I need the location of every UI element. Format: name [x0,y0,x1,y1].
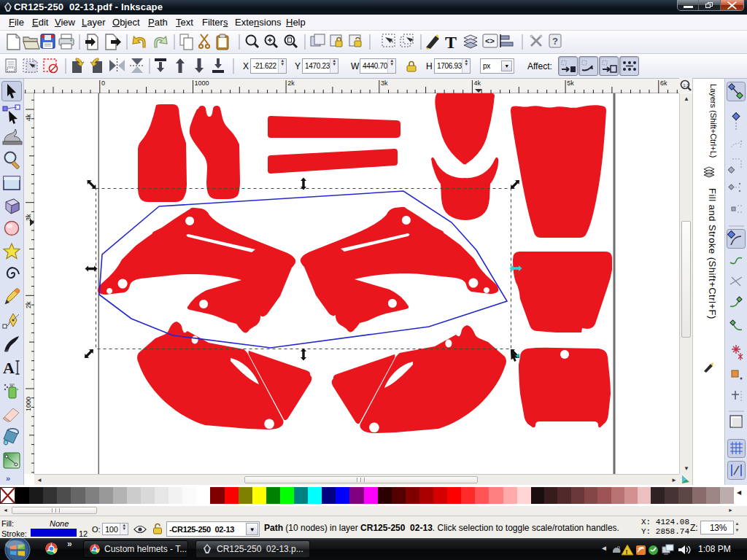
svg-text:<>: <> [485,36,495,45]
svg-text:1000: 1000 [25,397,32,411]
svg-text:5k: 5k [567,79,574,87]
svg-text:1000: 1000 [195,79,209,87]
svg-text:!: ! [626,548,628,556]
svg-text:A: A [3,359,15,377]
svg-text:2k: 2k [287,79,295,87]
svg-text:0: 0 [101,79,105,87]
svg-text:T: T [445,33,457,52]
svg-text:6k: 6k [660,79,667,87]
svg-text:3k: 3k [381,79,388,87]
svg-text:2k: 2k [25,301,32,308]
svg-text:1:1: 1:1 [683,83,689,88]
svg-text:?: ? [552,36,558,47]
svg-text:4k: 4k [474,79,481,87]
svg-text:»: » [6,474,10,483]
svg-text:4k: 4k [25,114,32,121]
svg-text:o: o [617,545,620,550]
